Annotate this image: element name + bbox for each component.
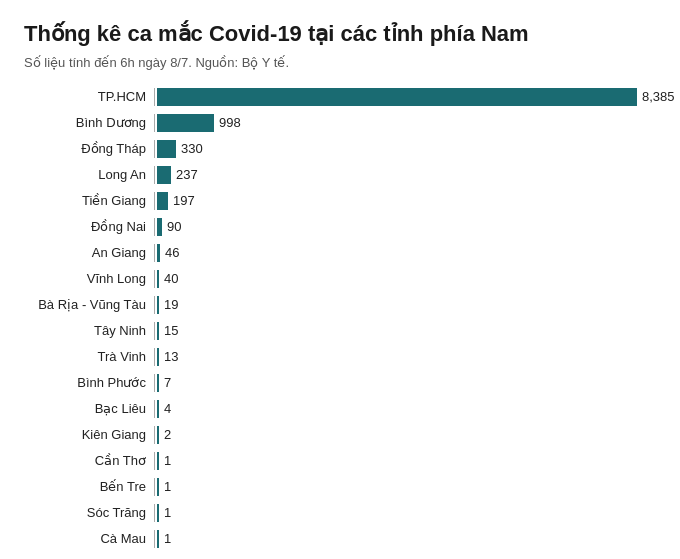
list-item: Trà Vinh13 [24, 346, 656, 368]
bar-fill [157, 218, 162, 236]
list-item: Bình Phước7 [24, 372, 656, 394]
bar-fill [157, 530, 159, 548]
bar-fill [157, 244, 160, 262]
province-label: Tiền Giang [24, 193, 154, 208]
list-item: Kiên Giang2 [24, 424, 656, 446]
province-label: Tây Ninh [24, 323, 154, 338]
list-item: Đồng Tháp330 [24, 138, 656, 160]
province-label: An Giang [24, 245, 154, 260]
province-label: Sóc Trăng [24, 505, 154, 520]
bar-fill [157, 192, 168, 210]
bar-fill [157, 88, 637, 106]
list-item: Cần Thơ1 [24, 450, 656, 472]
list-item: Sóc Trăng1 [24, 502, 656, 524]
bar-value: 8,385 [642, 89, 675, 104]
list-item: Vĩnh Long40 [24, 268, 656, 290]
bar-value: 330 [181, 141, 203, 156]
list-item: Bến Tre1 [24, 476, 656, 498]
list-item: Đồng Nai90 [24, 216, 656, 238]
bar-value: 237 [176, 167, 198, 182]
province-label: Trà Vinh [24, 349, 154, 364]
bar-fill [157, 478, 159, 496]
list-item: Tiền Giang197 [24, 190, 656, 212]
bar-value: 13 [164, 349, 178, 364]
bar-value: 1 [164, 531, 171, 546]
bar-fill [157, 348, 159, 366]
list-item: Bà Rịa - Vũng Tàu19 [24, 294, 656, 316]
bar-value: 4 [164, 401, 171, 416]
bar-value: 46 [165, 245, 179, 260]
list-item: TP.HCM8,385 [24, 86, 656, 108]
bar-fill [157, 400, 159, 418]
list-item: Cà Mau1 [24, 528, 656, 550]
province-label: Cà Mau [24, 531, 154, 546]
province-label: Bạc Liêu [24, 401, 154, 416]
bar-fill [157, 166, 171, 184]
bar-value: 197 [173, 193, 195, 208]
list-item: Tây Ninh15 [24, 320, 656, 342]
bar-fill [157, 426, 159, 444]
province-label: Long An [24, 167, 154, 182]
province-label: Vĩnh Long [24, 271, 154, 286]
list-item: Bình Dương998 [24, 112, 656, 134]
bar-value: 998 [219, 115, 241, 130]
bar-chart: TP.HCM8,385Bình Dương998Đồng Tháp330Long… [24, 86, 656, 550]
province-label: Kiên Giang [24, 427, 154, 442]
bar-fill [157, 452, 159, 470]
bar-value: 7 [164, 375, 171, 390]
bar-fill [157, 504, 159, 522]
province-label: Bình Dương [24, 115, 154, 130]
province-label: Bà Rịa - Vũng Tàu [24, 297, 154, 312]
bar-fill [157, 322, 159, 340]
page-title: Thống kê ca mắc Covid-19 tại các tỉnh ph… [24, 20, 656, 49]
list-item: An Giang46 [24, 242, 656, 264]
bar-value: 15 [164, 323, 178, 338]
province-label: Đồng Nai [24, 219, 154, 234]
province-label: Bình Phước [24, 375, 154, 390]
province-label: TP.HCM [24, 89, 154, 104]
bar-fill [157, 140, 176, 158]
bar-fill [157, 114, 214, 132]
bar-value: 1 [164, 505, 171, 520]
bar-fill [157, 270, 159, 288]
list-item: Long An237 [24, 164, 656, 186]
subtitle: Số liệu tính đến 6h ngày 8/7. Nguồn: Bộ … [24, 55, 656, 70]
bar-value: 19 [164, 297, 178, 312]
bar-fill [157, 374, 159, 392]
bar-fill [157, 296, 159, 314]
province-label: Đồng Tháp [24, 141, 154, 156]
bar-value: 40 [164, 271, 178, 286]
province-label: Bến Tre [24, 479, 154, 494]
bar-value: 2 [164, 427, 171, 442]
bar-value: 90 [167, 219, 181, 234]
bar-value: 1 [164, 479, 171, 494]
list-item: Bạc Liêu4 [24, 398, 656, 420]
province-label: Cần Thơ [24, 453, 154, 468]
bar-value: 1 [164, 453, 171, 468]
